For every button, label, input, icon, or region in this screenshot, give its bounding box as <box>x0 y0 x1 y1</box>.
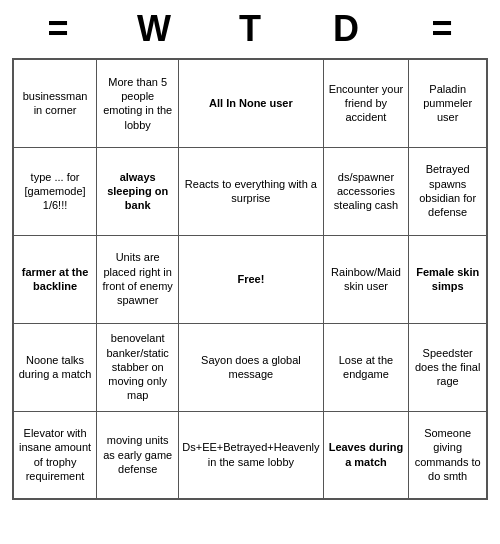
bingo-table: businessman in cornerMore than 5 people … <box>12 58 488 500</box>
header-letter-4: D <box>298 8 394 50</box>
header: = W T D = <box>0 0 500 58</box>
cell-r2-c3: Rainbow/Maid skin user <box>323 235 409 323</box>
cell-r4-c2: Ds+EE+Betrayed+Heavenly in the same lobb… <box>179 411 323 499</box>
header-letter-5: = <box>394 8 490 50</box>
cell-r0-c1: More than 5 people emoting in the lobby <box>97 59 179 147</box>
cell-r3-c1: benovelant banker/static stabber on movi… <box>97 323 179 411</box>
cell-r1-c1: always sleeping on bank <box>97 147 179 235</box>
cell-r2-c0: farmer at the backline <box>13 235 97 323</box>
cell-r2-c1: Units are placed right in front of enemy… <box>97 235 179 323</box>
cell-r1-c4: Betrayed spawns obsidian for defense <box>409 147 487 235</box>
cell-r3-c2: Sayon does a global message <box>179 323 323 411</box>
cell-r0-c0: businessman in corner <box>13 59 97 147</box>
header-letter-2: W <box>106 8 202 50</box>
header-letter-1: = <box>10 8 106 50</box>
cell-r2-c2: Free! <box>179 235 323 323</box>
cell-r3-c4: Speedster does the final rage <box>409 323 487 411</box>
cell-r4-c1: moving units as early game defense <box>97 411 179 499</box>
cell-r1-c0: type ... for [gamemode] 1/6!!! <box>13 147 97 235</box>
cell-r4-c4: Someone giving commands to do smth <box>409 411 487 499</box>
cell-r2-c4: Female skin simps <box>409 235 487 323</box>
cell-r0-c4: Paladin pummeler user <box>409 59 487 147</box>
cell-r1-c2: Reacts to everything with a surprise <box>179 147 323 235</box>
header-letter-3: T <box>202 8 298 50</box>
cell-r1-c3: ds/spawner accessories stealing cash <box>323 147 409 235</box>
cell-r0-c2: All In None user <box>179 59 323 147</box>
cell-r3-c3: Lose at the endgame <box>323 323 409 411</box>
cell-r0-c3: Encounter your friend by accident <box>323 59 409 147</box>
cell-r4-c0: Elevator with insane amount of trophy re… <box>13 411 97 499</box>
cell-r4-c3: Leaves during a match <box>323 411 409 499</box>
cell-r3-c0: Noone talks during a match <box>13 323 97 411</box>
